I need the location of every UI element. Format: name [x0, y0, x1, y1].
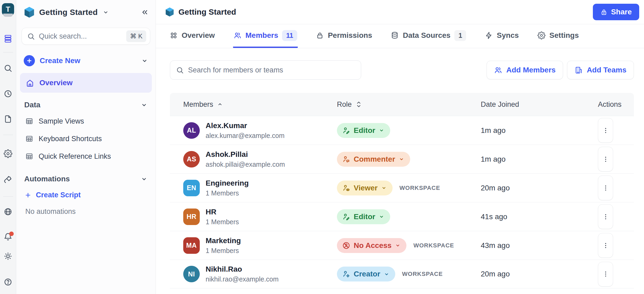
- date-joined: 20m ago: [481, 184, 598, 192]
- role-dropdown[interactable]: No Access: [337, 238, 406, 253]
- sidebar-section-automations[interactable]: Automations: [16, 172, 156, 186]
- member-search-input[interactable]: [170, 60, 361, 80]
- zap-icon: [485, 31, 493, 39]
- table-row: NI Nikhil.Rao nikhil.rao@example.com Cre…: [170, 260, 634, 288]
- help-icon[interactable]: [4, 278, 13, 287]
- add-teams-button[interactable]: Add Teams: [567, 61, 634, 79]
- row-actions-button[interactable]: [598, 175, 613, 200]
- add-members-label: Add Members: [506, 66, 556, 74]
- table-row: HR HR 1 Members Editor 41s ago: [170, 202, 634, 231]
- rail-divider: [3, 52, 13, 52]
- rail-divider: [3, 135, 13, 135]
- tab-label: Settings: [549, 31, 579, 40]
- workspace-switcher[interactable]: Getting Started: [16, 0, 156, 24]
- app-window: T: [0, 0, 644, 294]
- role-dropdown[interactable]: Commenter: [337, 152, 410, 167]
- quick-search-field[interactable]: [39, 32, 122, 40]
- row-actions-button[interactable]: [598, 233, 613, 258]
- team-name: HR: [206, 208, 239, 216]
- quick-search-input[interactable]: ⌘ K: [22, 28, 150, 45]
- row-actions-button[interactable]: [598, 262, 613, 287]
- column-label: Date Joined: [481, 100, 519, 109]
- member-name: Alex.Kumar: [206, 121, 284, 130]
- column-header-members[interactable]: Members: [183, 100, 337, 109]
- tab-label: Members: [246, 31, 278, 40]
- main-panel: Getting Started Share Overview Members 1…: [156, 0, 644, 294]
- role-dropdown[interactable]: Viewer: [337, 181, 393, 195]
- add-members-button[interactable]: Add Members: [487, 61, 563, 79]
- role-editor-icon: [342, 213, 350, 221]
- tab-settings[interactable]: Settings: [537, 24, 579, 48]
- notification-bell-icon[interactable]: [4, 233, 13, 242]
- column-label: Members: [183, 100, 213, 109]
- kebab-icon: [602, 185, 609, 191]
- role-viewer-icon: [342, 184, 350, 192]
- row-actions-button[interactable]: [598, 118, 613, 143]
- gear-icon[interactable]: [4, 149, 13, 158]
- date-joined: 43m ago: [481, 241, 598, 250]
- document-icon[interactable]: [4, 115, 13, 124]
- sidebar-item-overview[interactable]: Overview: [20, 73, 152, 93]
- team-member-count: 1 Members: [206, 218, 239, 226]
- chevron-down-icon: [141, 57, 148, 64]
- team-member-count: 1 Members: [206, 189, 249, 197]
- tab-label: Overview: [182, 31, 215, 40]
- row-actions-button[interactable]: [598, 204, 613, 229]
- sidebar-item-quick-reference-links[interactable]: Quick Reference Links: [16, 148, 156, 165]
- date-joined: 1m ago: [481, 155, 598, 164]
- sun-icon[interactable]: [4, 252, 13, 261]
- chevron-down-icon: [379, 214, 384, 219]
- sidebar-item-sample-views[interactable]: Sample Views: [16, 112, 156, 130]
- collapse-sidebar-icon[interactable]: [141, 8, 149, 16]
- column-header-actions: Actions: [598, 100, 627, 109]
- tab-members[interactable]: Members 11: [233, 24, 298, 48]
- role-no-access-icon: [342, 242, 350, 250]
- role-dropdown[interactable]: Editor: [337, 123, 390, 138]
- tab-syncs[interactable]: Syncs: [484, 24, 519, 48]
- row-actions-button[interactable]: [598, 147, 613, 172]
- globe-icon[interactable]: [4, 207, 13, 216]
- role-label: Commenter: [354, 155, 395, 164]
- column-label: Actions: [598, 100, 622, 109]
- member-name: Ashok.Pillai: [206, 150, 285, 159]
- tab-data-sources[interactable]: Data Sources 1: [390, 24, 467, 48]
- role-label: Viewer: [354, 184, 378, 192]
- add-teams-label: Add Teams: [587, 66, 626, 74]
- clock-icon[interactable]: [4, 89, 13, 98]
- role-dropdown[interactable]: Editor: [337, 209, 390, 224]
- tab-permissions[interactable]: Permissions: [315, 24, 373, 48]
- layers-icon[interactable]: [4, 34, 13, 43]
- date-joined: 1m ago: [481, 126, 598, 135]
- role-editor-icon: [342, 126, 350, 134]
- member-email: alex.kumar@example.com: [206, 132, 284, 140]
- tab-overview[interactable]: Overview: [169, 24, 215, 48]
- chevron-down-icon: [141, 101, 148, 108]
- member-search-field[interactable]: [188, 66, 356, 74]
- data-sources-count-badge: 1: [454, 30, 466, 41]
- search-icon[interactable]: [4, 64, 13, 73]
- table-row: EN Engineering 1 Members Viewer WORKSPAC…: [170, 173, 634, 202]
- sidebar-item-keyboard-shortcuts[interactable]: Keyboard Shortcuts: [16, 130, 156, 148]
- workspace-cube-icon: [165, 7, 174, 17]
- app-logo[interactable]: T: [2, 3, 14, 15]
- kebab-icon: [602, 271, 609, 277]
- members-table: Members Role Date Joined Actions: [170, 93, 634, 288]
- create-new-button[interactable]: Create New: [16, 52, 156, 69]
- share-button[interactable]: Share: [593, 4, 639, 20]
- tab-label: Syncs: [497, 31, 519, 40]
- table-row: AL Alex.Kumar alex.kumar@example.com Edi…: [170, 116, 634, 145]
- create-script-button[interactable]: + Create Script: [16, 186, 156, 203]
- column-header-role[interactable]: Role: [337, 100, 481, 109]
- role-creator-icon: [342, 270, 350, 278]
- users-icon: [494, 66, 502, 74]
- users-icon: [234, 31, 242, 39]
- search-icon: [176, 66, 184, 74]
- table-row: AS Ashok.Pillai ashok.pillai@example.com…: [170, 145, 634, 173]
- role-dropdown[interactable]: Creator: [337, 267, 395, 281]
- sidebar-item-label: Quick Reference Links: [39, 152, 111, 161]
- plug-icon[interactable]: [4, 175, 13, 184]
- section-label: Data: [24, 101, 40, 109]
- sidebar-section-data[interactable]: Data: [16, 97, 156, 112]
- avatar: AS: [183, 151, 200, 168]
- plus-circle-icon: [24, 55, 35, 66]
